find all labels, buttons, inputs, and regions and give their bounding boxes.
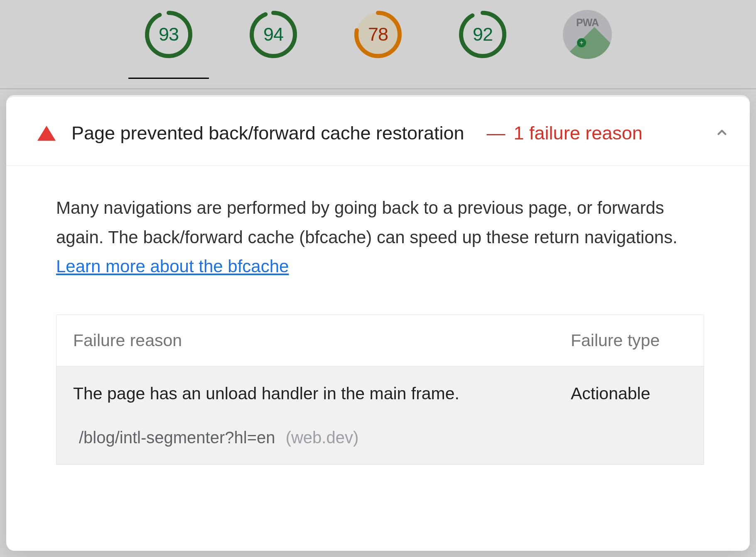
audit-title: Page prevented back/forward cache restor…: [71, 122, 464, 144]
gauge-circle: 94: [249, 10, 298, 59]
score-value: 78: [353, 10, 403, 59]
col-header-type: Failure type: [571, 331, 687, 350]
col-header-reason: Failure reason: [73, 331, 571, 350]
pwa-gauge[interactable]: PWA+: [563, 10, 612, 59]
sub-path: /blog/intl-segmenter?hl=en: [79, 428, 275, 447]
gauge-circle: 93: [144, 10, 193, 59]
gauge-circle: 78: [353, 10, 403, 59]
plus-icon: +: [577, 38, 586, 47]
pwa-label: PWA: [563, 17, 612, 29]
cell-reason: The page has an unload handler in the ma…: [73, 384, 571, 403]
audit-header[interactable]: Page prevented back/forward cache restor…: [6, 97, 750, 166]
pwa-accent: [563, 27, 612, 59]
fail-triangle-icon: [37, 126, 56, 141]
failure-table: Failure reason Failure type The page has…: [56, 315, 704, 465]
score-value: 93: [144, 10, 193, 59]
score-value: 94: [249, 10, 298, 59]
cell-type: Actionable: [571, 384, 687, 403]
dash: —: [487, 122, 506, 144]
score-gauges-row: 93947892PWA+: [0, 0, 756, 74]
audit-panel: Page prevented back/forward cache restor…: [6, 95, 750, 551]
learn-more-link[interactable]: Learn more about the bfcache: [56, 257, 289, 276]
failure-count-text: 1 failure reason: [514, 122, 643, 144]
score-gauge[interactable]: 78: [353, 10, 403, 59]
pwa-badge: PWA+: [563, 10, 612, 59]
row-subpath: /blog/intl-segmenter?hl=en (web.dev): [73, 428, 687, 447]
chevron-up-icon[interactable]: [715, 125, 729, 141]
sub-domain: (web.dev): [286, 428, 359, 447]
audit-description: Many navigations are performed by going …: [56, 193, 704, 281]
score-gauge[interactable]: 94: [249, 10, 298, 59]
audit-failure-count: — 1 failure reason: [487, 122, 643, 144]
audit-body: Many navigations are performed by going …: [6, 166, 750, 465]
audit-description-text: Many navigations are performed by going …: [56, 198, 677, 247]
gauge-circle: 92: [458, 10, 507, 59]
score-gauge[interactable]: 92: [458, 10, 507, 59]
table-header: Failure reason Failure type: [56, 315, 704, 366]
divider: [0, 88, 756, 89]
table-row: The page has an unload handler in the ma…: [56, 366, 704, 464]
score-value: 92: [458, 10, 507, 59]
score-gauge[interactable]: 93: [144, 10, 193, 59]
